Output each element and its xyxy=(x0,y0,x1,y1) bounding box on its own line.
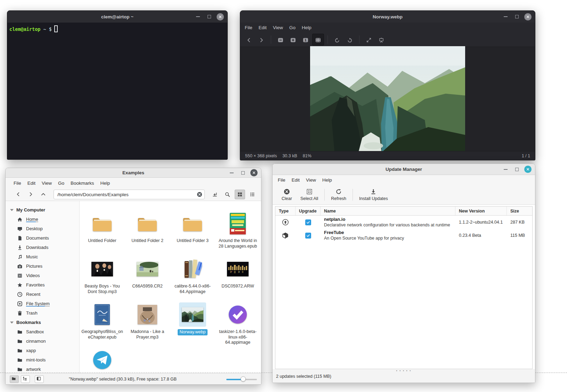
files-titlebar[interactable]: Examples xyxy=(6,168,261,178)
files-menu-view[interactable]: View xyxy=(39,181,55,186)
viewer-titlebar[interactable]: Norway.webp xyxy=(240,11,535,23)
viewer-menu-edit[interactable]: Edit xyxy=(256,25,270,30)
file-item-calibre-5-44-0-x86-64-appimage[interactable]: calibre-5.44.0-x86-64.AppImage xyxy=(170,257,215,302)
search-button[interactable] xyxy=(222,190,233,199)
install-updates-button[interactable]: Install Updates xyxy=(355,187,392,202)
viewer-menu-file[interactable]: File xyxy=(242,25,256,30)
normal-size-button[interactable]: 1 xyxy=(300,34,311,45)
sidebar-item-file-system[interactable]: File System xyxy=(6,299,79,308)
rotate-counterclockwise-button[interactable] xyxy=(331,34,343,45)
column-header-name[interactable]: Name xyxy=(321,207,455,215)
viewer-canvas[interactable] xyxy=(240,47,535,151)
sidebar-item-favorites[interactable]: Favorites xyxy=(6,280,79,290)
slider-handle[interactable] xyxy=(241,376,246,382)
zoom-slider[interactable] xyxy=(226,376,257,382)
clear-entry-icon[interactable] xyxy=(197,192,202,197)
sidebar-item-artwork[interactable]: artwork xyxy=(6,365,79,373)
sidebar-item-videos[interactable]: Videos xyxy=(6,271,79,280)
terminal-titlebar[interactable]: clem@airtop ~ xyxy=(7,11,227,23)
sidebar-item-home[interactable]: Home xyxy=(6,215,79,224)
file-item-untitled-folder-2[interactable]: Untitled Folder 2 xyxy=(125,211,170,257)
maximize-button[interactable] xyxy=(513,165,521,174)
sidebar-item-trash[interactable]: Trash xyxy=(6,308,79,318)
file-item-madonna-like-a-prayer-mp3[interactable]: Madonna - Like a Prayer.mp3 xyxy=(125,302,170,348)
file-item-around-the-world-in-28-languages-epub[interactable]: Around the World in 28 Languages.epub xyxy=(215,211,260,257)
files-menu-bookmarks[interactable]: Bookmarks xyxy=(67,181,97,186)
file-item-telegram[interactable]: Telegram xyxy=(80,348,125,373)
updater-menu-file[interactable]: File xyxy=(275,177,289,183)
show-places-button[interactable] xyxy=(10,375,19,383)
column-header-size[interactable]: Size xyxy=(507,207,532,215)
file-item-untitled-folder[interactable]: Untitled Folder xyxy=(80,211,125,257)
files-menu-edit[interactable]: Edit xyxy=(24,181,39,186)
sidebar-item-xapp[interactable]: xapp xyxy=(6,346,79,355)
sidebar-section-bookmarks[interactable]: Bookmarks xyxy=(6,318,79,327)
file-item-beasty-boys-you-dont-stop-mp3[interactable]: Beasty Boys - You Dont Stop.mp3 xyxy=(80,257,125,302)
update-row-netplan-io[interactable]: netplan.ioDeclarative network configurat… xyxy=(275,216,532,229)
forward-button[interactable] xyxy=(26,190,36,199)
splitter-handle[interactable]: • • • • • xyxy=(273,369,535,372)
sidebar-item-desktop[interactable]: Desktop xyxy=(6,224,79,233)
best-fit-button[interactable] xyxy=(312,34,324,45)
viewer-menu-go[interactable]: Go xyxy=(286,25,299,30)
close-button[interactable] xyxy=(524,166,532,173)
zoom-in-button[interactable] xyxy=(287,34,299,45)
minimize-button[interactable] xyxy=(227,169,236,177)
file-item-dsc05972-arw[interactable]: DSC05972.ARW xyxy=(215,257,260,302)
terminal-screen[interactable]: clem@airtop ~ $ xyxy=(7,23,227,159)
zoom-out-button[interactable] xyxy=(275,34,286,45)
column-header-upgrade[interactable]: Upgrade xyxy=(295,207,321,215)
show-treeview-button[interactable] xyxy=(21,375,30,383)
sidebar-item-music[interactable]: Music xyxy=(6,252,79,261)
sidebar-item-sandbox[interactable]: Sandbox xyxy=(6,327,79,336)
refresh-button[interactable]: Refresh xyxy=(327,187,350,202)
sidebar-item-downloads[interactable]: Downloads xyxy=(6,243,79,252)
file-item-c66a5959-cr2[interactable]: C66A5959.CR2 xyxy=(125,257,170,302)
updater-menu-edit[interactable]: Edit xyxy=(289,177,303,183)
viewer-menu-help[interactable]: Help xyxy=(299,25,315,30)
file-grid[interactable]: Untitled FolderUntitled Folder 2Untitled… xyxy=(80,201,261,373)
file-item-taskizer-1-6-0-beta-linux-x86-64-appimage[interactable]: taskizer-1.6.0-beta-linux-x86-64.appimag… xyxy=(215,302,260,348)
sidebar-item-cinnamon[interactable]: cinnamon xyxy=(6,336,79,346)
location-entry[interactable]: /home/clem/Documents/Examples xyxy=(54,190,205,199)
maximize-button[interactable] xyxy=(239,169,247,177)
updater-menu-view[interactable]: View xyxy=(303,177,319,183)
files-menu-help[interactable]: Help xyxy=(97,181,113,186)
select-all-button[interactable]: Select All xyxy=(296,187,322,202)
updater-menu-help[interactable]: Help xyxy=(319,177,335,183)
close-button[interactable] xyxy=(217,13,224,20)
minimize-button[interactable] xyxy=(194,12,202,21)
minimize-button[interactable] xyxy=(501,12,510,21)
viewer-menu-view[interactable]: View xyxy=(270,25,286,30)
list-view-button[interactable] xyxy=(247,190,258,199)
update-row-freetube[interactable]: FreeTubeAn Open Source YouTube app for p… xyxy=(275,229,532,242)
file-item-untitled-folder-3[interactable]: Untitled Folder 3 xyxy=(170,211,215,257)
clear-button[interactable]: Clear xyxy=(277,187,296,202)
files-menu-go[interactable]: Go xyxy=(55,181,67,186)
file-item-norway-webp[interactable]: Norway.webp xyxy=(170,302,215,348)
toggle-location-entry-button[interactable] xyxy=(210,190,220,199)
up-button[interactable] xyxy=(38,190,49,199)
hide-sidebar-button[interactable] xyxy=(35,375,44,383)
upgrade-checkbox[interactable] xyxy=(305,219,311,225)
previous-image-button[interactable] xyxy=(243,34,255,45)
next-image-button[interactable] xyxy=(256,34,267,45)
back-button[interactable] xyxy=(13,190,24,199)
close-button[interactable] xyxy=(524,13,532,20)
files-menu-file[interactable]: File xyxy=(10,181,24,186)
maximize-button[interactable] xyxy=(205,12,213,21)
column-header-type[interactable]: Type xyxy=(275,207,295,215)
sidebar-item-mint-tools[interactable]: mint-tools xyxy=(6,355,79,365)
maximize-button[interactable] xyxy=(513,12,521,21)
updater-titlebar[interactable]: Update Manager xyxy=(273,164,535,175)
file-item-geographyofbliss-onechapter-epub[interactable]: GeographyofBliss_oneChapter.epub xyxy=(80,302,125,348)
minimize-button[interactable] xyxy=(501,165,510,174)
rotate-clockwise-button[interactable] xyxy=(344,34,356,45)
fullscreen-button[interactable] xyxy=(363,34,375,45)
sidebar-item-pictures[interactable]: Pictures xyxy=(6,261,79,271)
upgrade-checkbox[interactable] xyxy=(305,233,311,239)
column-header-new-version[interactable]: New Version xyxy=(455,207,507,215)
sidebar-section-my-computer[interactable]: My Computer xyxy=(6,205,79,215)
slideshow-button[interactable] xyxy=(375,34,387,45)
sidebar-item-recent[interactable]: Recent xyxy=(6,290,79,299)
